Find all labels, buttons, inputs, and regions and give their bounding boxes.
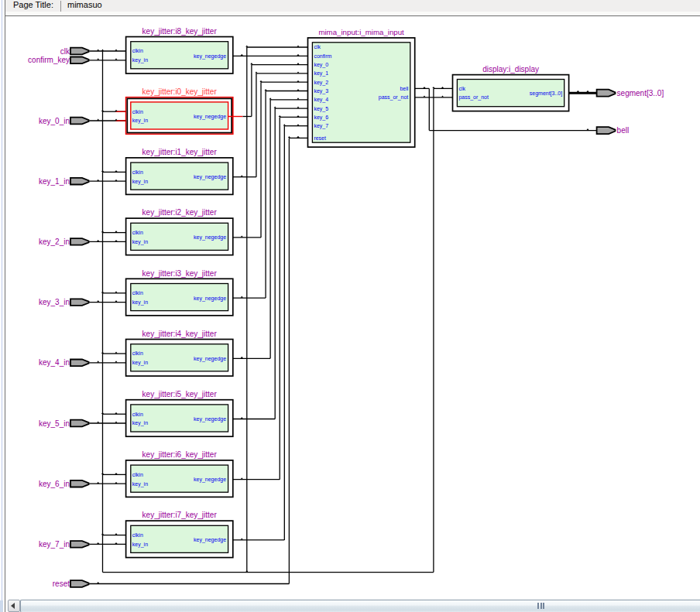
svg-text:clkin: clkin xyxy=(132,109,143,115)
svg-text:clkin: clkin xyxy=(132,230,143,235)
svg-text:key_negedge: key_negedge xyxy=(194,356,226,362)
svg-text:key_4_in: key_4_in xyxy=(39,358,70,367)
svg-text:key_in: key_in xyxy=(132,360,148,366)
svg-text:key_negedge: key_negedge xyxy=(194,53,226,60)
svg-text:key_7: key_7 xyxy=(314,123,328,129)
svg-text:key_negedge: key_negedge xyxy=(194,174,226,180)
svg-text:clkin: clkin xyxy=(132,290,143,296)
svg-text:reset: reset xyxy=(314,135,326,141)
svg-text:key_jitter:i1_key_jitter: key_jitter:i1_key_jitter xyxy=(142,148,218,156)
svg-text:key_1: key_1 xyxy=(314,70,328,77)
svg-text:key_jitter:i4_key_jitter: key_jitter:i4_key_jitter xyxy=(142,330,218,338)
svg-text:key_in: key_in xyxy=(132,179,148,185)
svg-text:pass_or_not: pass_or_not xyxy=(379,94,409,101)
svg-text:clkin: clkin xyxy=(132,532,143,538)
svg-text:key_negedge: key_negedge xyxy=(194,416,226,422)
svg-text:key_in: key_in xyxy=(132,57,148,63)
svg-text:key_in: key_in xyxy=(132,481,148,487)
svg-text:clk: clk xyxy=(60,47,70,56)
svg-text:key_1_in: key_1_in xyxy=(39,177,70,186)
svg-text:reset: reset xyxy=(53,580,70,588)
svg-text:key_jitter:i5_key_jitter: key_jitter:i5_key_jitter xyxy=(142,390,218,398)
svg-text:key_3: key_3 xyxy=(314,88,328,94)
svg-text:key_7_in: key_7_in xyxy=(39,540,70,549)
svg-text:clk: clk xyxy=(314,44,321,50)
svg-text:key_0: key_0 xyxy=(314,62,328,68)
svg-text:key_negedge: key_negedge xyxy=(194,234,226,241)
svg-text:clkin: clkin xyxy=(132,48,143,53)
svg-text:key_2: key_2 xyxy=(314,80,328,86)
svg-text:mima_input:i_mima_input: mima_input:i_mima_input xyxy=(318,28,404,36)
svg-text:key_in: key_in xyxy=(132,239,148,245)
svg-text:bell: bell xyxy=(617,126,630,135)
svg-text:key_in: key_in xyxy=(132,118,148,124)
svg-text:key_negedge: key_negedge xyxy=(194,114,226,120)
svg-text:confirm_key: confirm_key xyxy=(28,56,70,64)
svg-text:key_in: key_in xyxy=(132,542,148,548)
svg-text:key_6_in: key_6_in xyxy=(39,480,70,488)
svg-text:key_jitter:i2_key_jitter: key_jitter:i2_key_jitter xyxy=(142,208,218,217)
svg-text:clkin: clkin xyxy=(132,412,143,417)
svg-text:segment[3..0]: segment[3..0] xyxy=(617,89,664,97)
svg-text:clkin: clkin xyxy=(132,472,143,477)
svg-text:bell: bell xyxy=(400,86,408,91)
svg-text:key_jitter:i6_key_jitter: key_jitter:i6_key_jitter xyxy=(142,450,218,459)
svg-text:key_4: key_4 xyxy=(314,97,328,103)
svg-text:clkin: clkin xyxy=(132,169,143,175)
svg-text:key_jitter:i0_key_jitter: key_jitter:i0_key_jitter xyxy=(142,87,218,96)
svg-text:key_3_in: key_3_in xyxy=(39,298,70,306)
svg-text:key_in: key_in xyxy=(132,420,148,426)
svg-text:key_5: key_5 xyxy=(314,106,328,112)
svg-text:key_negedge: key_negedge xyxy=(194,477,226,483)
svg-text:key_jitter:i3_key_jitter: key_jitter:i3_key_jitter xyxy=(142,269,218,278)
svg-text:key_in: key_in xyxy=(132,299,148,306)
svg-text:key_6: key_6 xyxy=(314,115,328,121)
svg-text:clk: clk xyxy=(458,86,465,91)
svg-text:key_negedge: key_negedge xyxy=(194,537,226,543)
svg-text:pass_or_not: pass_or_not xyxy=(458,94,489,101)
svg-text:key_5_in: key_5_in xyxy=(39,419,70,428)
svg-text:key_2_in: key_2_in xyxy=(39,238,70,246)
svg-text:key_jitter:i7_key_jitter: key_jitter:i7_key_jitter xyxy=(142,511,218,519)
svg-text:display:i_display: display:i_display xyxy=(482,65,539,74)
svg-text:key_jitter:i8_key_jitter: key_jitter:i8_key_jitter xyxy=(142,27,218,36)
svg-text:key_negedge: key_negedge xyxy=(194,296,226,302)
svg-text:confirm: confirm xyxy=(314,53,331,59)
svg-text:key_0_in: key_0_in xyxy=(39,117,70,125)
svg-text:clkin: clkin xyxy=(132,350,143,356)
svg-text:segment[3..0]: segment[3..0] xyxy=(530,91,562,97)
